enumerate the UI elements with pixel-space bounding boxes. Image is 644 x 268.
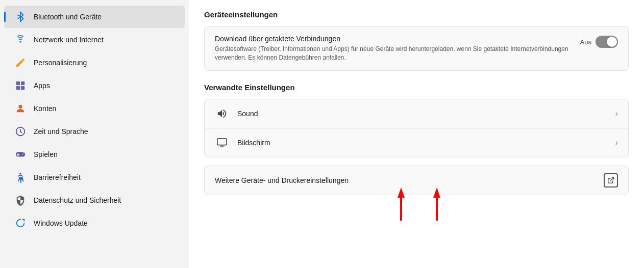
sidebar-item-apps-label: Apps xyxy=(34,82,50,90)
metered-desc: Gerätesoftware (Treiber, Informationen u… xyxy=(215,45,570,62)
svg-line-9 xyxy=(610,177,613,180)
related-settings-card: Sound › Bildschirm › xyxy=(204,99,629,157)
weitere-geraete-card[interactable]: Weitere Geräte- und Druckereinstellungen xyxy=(204,166,629,195)
sidebar-item-games-label: Spielen xyxy=(34,150,58,158)
sidebar-item-accounts[interactable]: Konten xyxy=(4,97,185,120)
sound-chevron: › xyxy=(615,109,618,118)
sidebar-item-bluetooth-label: Bluetooth und Geräte xyxy=(34,13,102,21)
svg-rect-4 xyxy=(21,86,24,90)
metered-toggle-area: Aus xyxy=(580,36,618,48)
bildschirm-chevron: › xyxy=(615,138,618,147)
svg-rect-3 xyxy=(16,86,20,90)
svg-rect-1 xyxy=(16,82,20,85)
sidebar-item-update-label: Windows Update xyxy=(34,219,88,227)
metered-title: Download über getaktete Verbindungen xyxy=(215,35,570,43)
sidebar-item-privacy[interactable]: Datenschutz und Sicherheit xyxy=(4,189,185,211)
sidebar-item-accounts-label: Konten xyxy=(34,104,56,113)
bildschirm-icon xyxy=(215,136,229,150)
sidebar-item-bluetooth[interactable]: Bluetooth und Geräte xyxy=(4,6,185,28)
metered-connection-card: Download über getaktete Verbindungen Ger… xyxy=(204,26,629,71)
sidebar-item-games[interactable]: Spielen xyxy=(4,143,185,166)
verwandte-title: Verwandte Einstellungen xyxy=(204,83,629,92)
sidebar-item-time-label: Zeit und Sprache xyxy=(34,127,88,136)
sidebar-item-time[interactable]: Zeit und Sprache xyxy=(4,120,185,143)
svg-point-7 xyxy=(19,173,21,175)
bildschirm-row[interactable]: Bildschirm › xyxy=(205,128,628,157)
sidebar-item-personalization[interactable]: Personalisierung xyxy=(4,51,185,74)
sound-label: Sound xyxy=(237,110,607,118)
toggle-knob xyxy=(607,37,617,47)
sidebar-item-update[interactable]: Windows Update xyxy=(4,212,185,234)
time-icon xyxy=(14,125,27,138)
privacy-icon xyxy=(14,194,27,206)
bluetooth-icon xyxy=(14,11,27,23)
weitere-geraete-label: Weitere Geräte- und Druckereinstellungen xyxy=(215,176,349,184)
svg-rect-2 xyxy=(21,82,24,85)
external-card-container: Weitere Geräte- und Druckereinstellungen xyxy=(204,166,629,195)
geraeteeinstellungen-title: Geräteeinstellungen xyxy=(204,10,629,19)
sidebar-item-accessibility-label: Barrierefreiheit xyxy=(34,173,81,181)
external-link-icon xyxy=(604,173,618,187)
metered-toggle[interactable] xyxy=(596,36,618,48)
sidebar-item-network[interactable]: Netzwerk und Internet xyxy=(4,29,185,51)
metered-text-block: Download über getaktete Verbindungen Ger… xyxy=(215,35,570,62)
sound-row[interactable]: Sound › xyxy=(205,99,628,128)
apps-icon xyxy=(14,79,27,92)
bildschirm-label: Bildschirm xyxy=(237,139,607,147)
personalization-icon xyxy=(14,57,27,69)
sidebar-item-accessibility[interactable]: Barrierefreiheit xyxy=(4,166,185,189)
svg-point-0 xyxy=(19,41,21,43)
sidebar-item-apps[interactable]: Apps xyxy=(4,74,185,97)
sidebar-item-privacy-label: Datenschutz und Sicherheit xyxy=(34,196,121,204)
accounts-icon xyxy=(14,102,27,115)
update-icon xyxy=(14,217,27,229)
svg-rect-8 xyxy=(217,138,227,145)
accessibility-icon xyxy=(14,171,27,183)
games-icon xyxy=(14,148,27,160)
metered-toggle-label: Aus xyxy=(580,38,591,46)
network-icon xyxy=(14,34,27,46)
sound-icon xyxy=(215,106,229,121)
main-content: Geräteeinstellungen Download über getakt… xyxy=(189,0,644,268)
sidebar-item-network-label: Netzwerk und Internet xyxy=(34,36,104,44)
sidebar: Bluetooth und Geräte Netzwerk und Intern… xyxy=(0,0,189,268)
svg-point-5 xyxy=(18,105,22,109)
sidebar-item-personalization-label: Personalisierung xyxy=(34,59,87,67)
